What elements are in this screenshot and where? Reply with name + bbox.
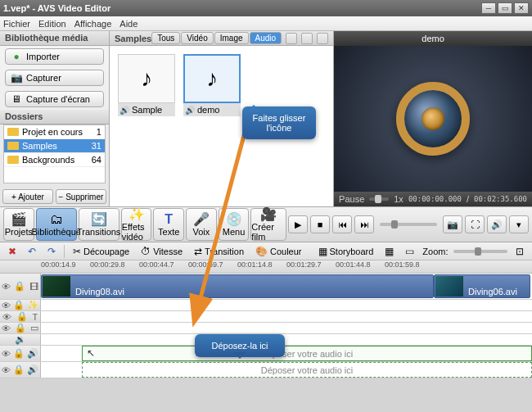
window-title: 1.vep* - AVS Video Editor [3,3,480,13]
preview-seek-slider[interactable] [369,197,389,201]
overlay-track-head: 👁🔒▭ [0,323,41,333]
view-options-button[interactable] [317,33,328,44]
volume-dropdown[interactable]: ▾ [509,215,529,233]
folder-backgrounds[interactable]: Backgrounds 64 [4,153,105,167]
collapse-icon: ▭ [405,246,414,257]
next-button[interactable]: ⏭ [354,215,374,233]
creer-film-button[interactable]: 🎥Créer film [250,208,286,241]
audio-drop-zone[interactable]: Déposer votre audio ici [82,346,532,361]
prev-button[interactable]: ⏮ [332,215,352,233]
time-mark: 00:01:59.8 [385,260,434,273]
overlay-track-body[interactable] [41,323,532,333]
eye-icon[interactable]: 👁 [2,312,11,322]
vitesse-tool[interactable]: ⏱Vitesse [138,245,186,258]
time-mark: 00:01:14.8 [237,260,286,273]
couleur-label: Couleur [270,247,302,256]
transition-label: Transition [205,247,244,256]
media-title: Samples [115,34,151,43]
volume-button[interactable]: 🔊 [487,215,507,233]
maximize-button[interactable]: ▭ [498,2,512,14]
close-button[interactable]: ✕ [514,2,529,14]
clip-diving08[interactable]: Diving08.avi [41,274,434,298]
projets-button[interactable]: 🎬Projets [3,208,34,241]
eye-icon[interactable]: 👁 [2,301,11,310]
linked-audio-track-body[interactable] [41,334,532,345]
decoupage-tool[interactable]: ✂Découpage [70,245,133,258]
media-item-sample[interactable]: ♪ 🔊Sample [118,54,175,198]
import-button[interactable]: ● Importer [5,48,104,65]
zoom-slider[interactable] [453,250,507,253]
clip-diving06[interactable]: Diving06.avi [434,274,530,298]
delete-tool[interactable]: ✖ [5,245,20,258]
fullscreen-button[interactable]: ⛶ [465,215,485,233]
lock-icon[interactable]: 🔒 [13,364,25,375]
texte-button[interactable]: TTexte [153,208,184,241]
audio-track-body[interactable]: Déposer votre audio ici ↖ [41,346,532,361]
redo-tool[interactable]: ↷ [44,245,59,258]
effets-button[interactable]: ✨Effets vidéo [121,208,152,241]
preview-elapsed: 00:00:00.000 [408,195,462,203]
bibliotheque-button[interactable]: 🗂Bibliothèque [36,208,77,241]
preview-panel: demo Pause 1x 00:00:00.000 / 00:02:35.60… [334,31,532,206]
couleur-tool[interactable]: 🎨Couleur [252,245,305,258]
dropdown-icon[interactable] [286,33,297,44]
transitions-button[interactable]: 🔄Transitions [79,208,119,241]
time-ruler[interactable]: 00:00:14.9 00:00:29.8 00:00:44.7 00:00:5… [0,260,532,274]
folder-count: 31 [92,141,101,151]
audio-track-body[interactable]: Déposer votre audio ici [41,362,532,378]
folder-projet[interactable]: Projet en cours 1 [4,125,105,139]
vitesse-label: Vitesse [153,247,183,256]
lock-icon[interactable]: 🔒 [13,300,25,310]
audio-track-2: 👁🔒🔊 Déposer votre audio ici [0,362,532,378]
collapse-button[interactable]: ▭ [402,245,417,258]
menu-edition[interactable]: Edition [38,19,66,29]
filter-image[interactable]: Image [214,32,249,44]
video-track-body[interactable]: Diving08.avi Diving06.avi [41,274,532,299]
storyboard-label: Storyboard [330,247,374,256]
folder-samples[interactable]: Samples 31 [4,139,105,153]
effects-track-body[interactable] [41,300,532,310]
menu-affichage[interactable]: Affichage [74,19,112,29]
eye-icon[interactable]: 👁 [2,349,11,359]
play-button[interactable]: ▶ [288,215,308,233]
time-mark: 00:00:59.7 [188,260,237,273]
capture-button[interactable]: 📷 Capturer [5,70,104,86]
filter-tous[interactable]: Tous [151,32,180,44]
media-filters: Tous Vidéo Image Audio [151,32,328,44]
minimize-button[interactable]: ─ [481,2,496,14]
eye-icon[interactable]: 👁 [2,365,11,375]
zoom-label: Zoom: [422,247,448,256]
audio-drop-zone[interactable]: Déposer votre audio ici [82,362,532,378]
transition-tool[interactable]: ⇄Transition [191,245,247,258]
filter-video[interactable]: Vidéo [181,32,213,44]
eye-icon[interactable]: 👁 [2,282,11,292]
zoom-fit-button[interactable]: ⊡ [512,245,527,258]
lock-icon[interactable]: 🔒 [15,323,26,333]
lock-icon[interactable]: 🔒 [14,281,25,292]
menu-button[interactable]: 💿Menu [219,208,250,241]
voix-button[interactable]: 🎤Voix [186,208,217,241]
eye-icon[interactable]: 👁 [2,324,11,333]
view-options-button[interactable] [301,33,313,44]
add-folder-button[interactable]: + Ajouter [2,189,53,204]
text-track: 👁🔒T [0,311,532,323]
media-item-demo[interactable]: ♪ 🔊demo [183,54,241,198]
undo-tool[interactable]: ↶ [25,245,39,258]
text-track-body[interactable] [41,311,532,322]
texte-label: Texte [158,227,179,237]
menu-aide[interactable]: Aide [119,19,138,29]
snapshot-button[interactable]: 📷 [443,215,462,233]
lock-icon[interactable]: 🔒 [13,348,25,359]
screen-icon: 🖥 [11,93,22,105]
lock-icon[interactable]: 🔒 [16,311,28,322]
delete-folder-button[interactable]: − Supprimer [56,189,106,204]
screen-capture-button[interactable]: 🖥 Capture d'écran [5,91,104,107]
menu-fichier[interactable]: Fichier [3,19,30,29]
playback-slider[interactable] [380,223,437,226]
storyboard-toggle[interactable]: ▦Storyboard [315,245,377,258]
filter-audio[interactable]: Audio [250,32,282,44]
stop-button[interactable]: ■ [310,215,330,233]
plus-icon: ● [11,51,22,62]
music-note-icon: ♪ [206,66,218,92]
grid-view-button[interactable]: ▦ [381,245,397,258]
